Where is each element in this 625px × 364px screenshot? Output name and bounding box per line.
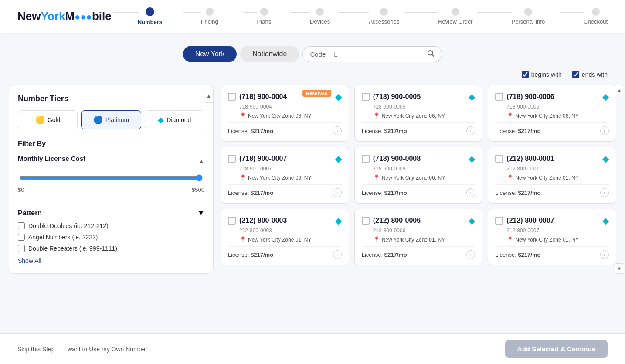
info-icon-718-900-0007[interactable]: i bbox=[333, 188, 342, 197]
number-card-718-900-0005[interactable]: (718) 900-0005 ◆ 718-900-0005 📍 New York… bbox=[354, 85, 483, 142]
ends-with-checkbox[interactable] bbox=[572, 71, 579, 78]
nav-step-numbers[interactable]: Numbers bbox=[138, 7, 162, 25]
header: NewYorkM●●●bile Numbers Pricing Plans De… bbox=[0, 0, 625, 33]
number-card-718-900-0004[interactable]: (718) 900-0004 ◆ Reserved 718-900-0004 📍… bbox=[221, 85, 349, 142]
number-checkbox-718-900-0008[interactable] bbox=[362, 155, 370, 163]
platinum-tier-button[interactable]: 🔵 Platinum bbox=[81, 110, 141, 129]
number-checkbox-212-800-0003[interactable] bbox=[228, 217, 236, 225]
numbers-container: ▲ (718) 900-0004 ◆ Reserved 718-900-0004… bbox=[221, 85, 616, 274]
location-pin-icon: 📍 bbox=[506, 236, 513, 243]
search-icon-button[interactable] bbox=[427, 49, 435, 59]
diamond-badge-212-800-0001: ◆ bbox=[602, 153, 609, 164]
diamond-tier-button[interactable]: ◆ Diamond bbox=[145, 110, 204, 129]
nav-step-personal[interactable]: Personal Info bbox=[512, 8, 545, 25]
location-pin-icon: 📍 bbox=[239, 112, 246, 119]
begins-with-label[interactable]: begins with bbox=[522, 71, 562, 78]
location-pin-icon: 📍 bbox=[373, 112, 380, 119]
step-dot-personal bbox=[524, 8, 532, 16]
gold-tier-button[interactable]: 🟡 Gold bbox=[18, 110, 78, 129]
diamond-badge-718-900-0008: ◆ bbox=[469, 153, 475, 164]
step-label-pricing: Pricing bbox=[201, 18, 218, 25]
diamond-badge-718-900-0005: ◆ bbox=[469, 92, 475, 102]
nav-step-devices[interactable]: Devices bbox=[310, 8, 330, 25]
pattern-option-angel-numbers[interactable]: Angel Numbers (ie. 2222) bbox=[18, 234, 204, 241]
number-card-header: (212) 800-0006 ◆ bbox=[362, 215, 476, 226]
sidebar-collapse-button[interactable]: ▲ bbox=[204, 89, 214, 103]
ends-with-text: ends with bbox=[582, 71, 608, 78]
begins-with-checkbox[interactable] bbox=[522, 71, 529, 78]
info-icon-212-800-0003[interactable]: i bbox=[333, 250, 342, 259]
number-card-header: (718) 900-0007 ◆ bbox=[228, 153, 342, 164]
step-dot-review bbox=[452, 8, 459, 16]
location-pin-icon: 📍 bbox=[239, 236, 246, 243]
number-checkbox-212-800-0007[interactable] bbox=[495, 217, 503, 225]
nav-step-accessories[interactable]: Accessories bbox=[369, 8, 399, 25]
number-checkbox-718-900-0004[interactable] bbox=[228, 93, 236, 101]
diamond-badge-212-800-0006: ◆ bbox=[469, 215, 475, 226]
new-york-tab[interactable]: New York bbox=[183, 46, 237, 62]
number-card-718-900-0007[interactable]: (718) 900-0007 ◆ 718-900-0007 📍 New York… bbox=[221, 147, 349, 204]
number-checkbox-718-900-0007[interactable] bbox=[228, 155, 236, 163]
search-input[interactable] bbox=[334, 51, 423, 58]
location-text-212-800-0007: New York City Zone 01, NY bbox=[515, 237, 578, 243]
number-display-718-900-0007: (718) 900-0007 bbox=[239, 155, 332, 163]
range-slider-container bbox=[18, 174, 204, 183]
number-display-212-800-0006: (212) 800-0006 bbox=[373, 217, 465, 225]
number-card-718-900-0006[interactable]: (718) 900-0006 ◆ 718-900-0006 📍 New York… bbox=[488, 85, 616, 142]
nav-step-pricing[interactable]: Pricing bbox=[201, 8, 218, 25]
cost-range-slider[interactable] bbox=[20, 174, 203, 181]
diamond-badge-212-800-0007: ◆ bbox=[602, 215, 609, 226]
number-location-718-900-0006: 📍 New York City Zone 06, NY bbox=[506, 112, 609, 119]
number-checkbox-212-800-0006[interactable] bbox=[362, 217, 370, 225]
nationwide-tab[interactable]: Nationwide bbox=[240, 46, 299, 62]
angel-numbers-checkbox[interactable] bbox=[18, 234, 25, 241]
number-card-212-800-0007[interactable]: (212) 800-0007 ◆ 212-800-0007 📍 New York… bbox=[488, 209, 616, 265]
info-icon-718-900-0006[interactable]: i bbox=[600, 126, 609, 135]
checkbox-row: begins with ends with bbox=[9, 71, 616, 78]
double-repeaters-checkbox[interactable] bbox=[18, 245, 25, 252]
double-doubles-checkbox[interactable] bbox=[18, 222, 25, 229]
number-checkbox-212-800-0001[interactable] bbox=[495, 155, 503, 163]
number-card-718-900-0008[interactable]: (718) 900-0008 ◆ 718-900-0008 📍 New York… bbox=[354, 147, 483, 204]
number-checkbox-718-900-0005[interactable] bbox=[362, 93, 370, 101]
info-icon-212-800-0007[interactable]: i bbox=[600, 250, 609, 259]
sidebar: ▲ Number Tiers 🟡 Gold 🔵 Platinum ◆ Diamo… bbox=[9, 85, 214, 274]
number-card-header: (212) 800-0001 ◆ bbox=[495, 153, 609, 164]
nav-step-checkout[interactable]: Checkout bbox=[584, 8, 608, 25]
numbers-scroll-up-button[interactable]: ▲ bbox=[615, 85, 624, 95]
number-card-212-800-0003[interactable]: (212) 800-0003 ◆ 212-800-0003 📍 New York… bbox=[221, 209, 349, 265]
diamond-badge-718-900-0004: ◆ bbox=[335, 92, 342, 102]
step-dot-accessories bbox=[380, 8, 388, 16]
numbers-scroll-down-button[interactable]: ▼ bbox=[615, 263, 624, 274]
content-layout: ▲ Number Tiers 🟡 Gold 🔵 Platinum ◆ Diamo… bbox=[9, 85, 616, 274]
info-icon-718-900-0005[interactable]: i bbox=[466, 126, 475, 135]
location-text-718-900-0005: New York City Zone 06, NY bbox=[382, 113, 445, 119]
filter-bar: New York Nationwide Code bbox=[9, 46, 616, 62]
number-card-212-800-0001[interactable]: (212) 800-0001 ◆ 212-800-0001 📍 New York… bbox=[488, 147, 616, 204]
location-text-718-900-0007: New York City Zone 06, NY bbox=[248, 175, 311, 181]
range-min-label: $0 bbox=[18, 187, 24, 193]
number-license-212-800-0006: License: $217/mo i bbox=[362, 246, 476, 259]
number-card-212-800-0006[interactable]: (212) 800-0006 ◆ 212-800-0006 📍 New York… bbox=[354, 209, 483, 265]
skip-link[interactable]: Skip this Step — I want to Use my Own Nu… bbox=[17, 346, 147, 353]
pattern-header[interactable]: Pattern ▼ bbox=[18, 209, 204, 217]
info-icon-718-900-0008[interactable]: i bbox=[466, 188, 475, 197]
ends-with-label[interactable]: ends with bbox=[572, 71, 608, 78]
info-icon-212-800-0001[interactable]: i bbox=[600, 188, 609, 197]
number-license-718-900-0008: License: $217/mo i bbox=[362, 184, 476, 197]
info-icon-212-800-0006[interactable]: i bbox=[466, 250, 475, 259]
step-label-devices: Devices bbox=[310, 18, 330, 25]
number-location-212-800-0007: 📍 New York City Zone 01, NY bbox=[506, 236, 609, 243]
continue-button[interactable]: Add Selected & Continue bbox=[505, 340, 608, 358]
number-location-718-900-0008: 📍 New York City Zone 06, NY bbox=[373, 174, 476, 181]
pattern-option-double-doubles[interactable]: Double-Doubles (ie. 212-212) bbox=[18, 222, 204, 229]
nav-step-plans[interactable]: Plans bbox=[257, 8, 272, 25]
nav-step-review[interactable]: Review Order bbox=[438, 8, 472, 25]
step-dot-pricing bbox=[206, 8, 214, 16]
pattern-option-double-repeaters[interactable]: Double Repeaters (ie. 999-1111) bbox=[18, 245, 204, 252]
monthly-cost-collapse-icon[interactable]: ▲ bbox=[198, 158, 204, 165]
show-all-link[interactable]: Show All bbox=[18, 257, 41, 264]
number-checkbox-718-900-0006[interactable] bbox=[495, 93, 503, 101]
info-icon-718-900-0004[interactable]: i bbox=[333, 126, 342, 135]
step-label-personal: Personal Info bbox=[512, 18, 545, 25]
